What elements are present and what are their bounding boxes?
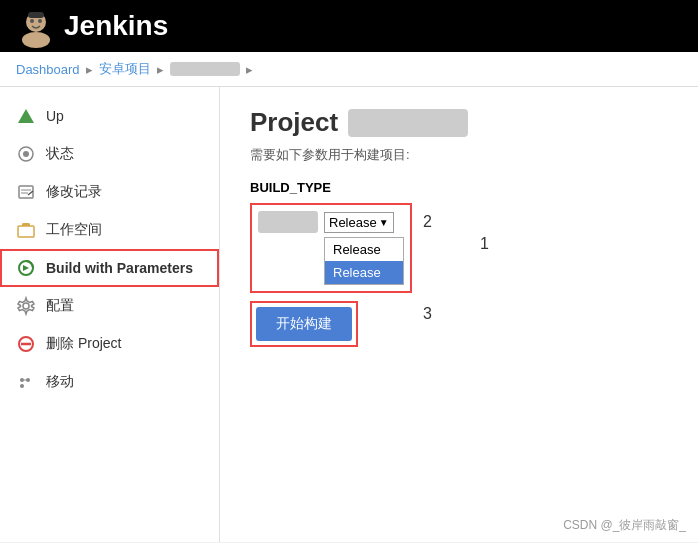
header: Jenkins <box>0 0 698 52</box>
watermark: CSDN @_彼岸雨敲窗_ <box>563 517 686 534</box>
svg-point-16 <box>20 384 24 388</box>
delete-icon <box>16 334 36 354</box>
sidebar-item-delete[interactable]: 删除 Project <box>0 325 219 363</box>
sidebar-item-label-delete: 删除 Project <box>46 335 121 353</box>
sidebar-item-label-config: 配置 <box>46 297 74 315</box>
svg-point-13 <box>23 303 29 309</box>
breadcrumb-sep-3: ▸ <box>246 62 253 77</box>
workspace-icon <box>16 220 36 240</box>
build-icon <box>16 258 36 278</box>
breadcrumb-sep-2: ▸ <box>157 62 164 77</box>
sidebar-item-move[interactable]: 移动 <box>0 363 219 401</box>
sidebar-item-label-status: 状态 <box>46 145 74 163</box>
select-row: Release ▼ <box>258 211 404 233</box>
changes-icon <box>16 182 36 202</box>
app-title: Jenkins <box>64 10 168 42</box>
sidebar-item-label-build-with-params: Build with Parameters <box>46 260 193 276</box>
breadcrumb-sep-1: ▸ <box>86 62 93 77</box>
sidebar-item-workspace[interactable]: 工作空间 <box>0 211 219 249</box>
sidebar-item-up[interactable]: Up <box>0 97 219 135</box>
build-type-section: Release ▼ Release Release <box>250 203 412 293</box>
project-description: 需要如下参数用于构建项目: <box>250 146 668 164</box>
svg-point-6 <box>23 151 29 157</box>
build-button-wrapper: 开始构建 <box>250 301 358 347</box>
breadcrumb: Dashboard ▸ 安卓项目 ▸ ▸ <box>0 52 698 87</box>
start-build-button[interactable]: 开始构建 <box>256 307 352 341</box>
sidebar-item-status[interactable]: 状态 <box>0 135 219 173</box>
sidebar-item-config[interactable]: 配置 <box>0 287 219 325</box>
sidebar: Up 状态 修改记录 工作空间 Build with Parameters <box>0 87 220 542</box>
jenkins-logo-icon <box>16 8 52 44</box>
sidebar-item-label-changes: 修改记录 <box>46 183 102 201</box>
project-title: Project <box>250 107 668 138</box>
svg-point-2 <box>30 19 34 23</box>
sidebar-item-label-workspace: 工作空间 <box>46 221 102 239</box>
select-blur <box>258 211 318 233</box>
svg-rect-4 <box>28 12 44 18</box>
svg-rect-11 <box>18 226 34 237</box>
svg-point-1 <box>22 32 50 48</box>
dropdown-item-release1[interactable]: Release <box>325 238 403 261</box>
config-icon <box>16 296 36 316</box>
sidebar-item-label-up: Up <box>46 108 64 124</box>
dropdown-menu: Release Release <box>324 237 404 285</box>
svg-point-3 <box>38 19 42 23</box>
main-layout: Up 状态 修改记录 工作空间 Build with Parameters <box>0 87 698 542</box>
svg-point-17 <box>20 378 24 382</box>
project-name-blur <box>348 109 468 137</box>
release-select[interactable]: Release ▼ <box>324 212 394 233</box>
annotation-1: 1 <box>480 235 489 253</box>
chevron-down-icon: ▼ <box>379 217 389 228</box>
sidebar-item-label-move: 移动 <box>46 373 74 391</box>
breadcrumb-project-blur <box>170 62 240 76</box>
annotation-2: 2 <box>423 213 432 231</box>
content-area: Project 需要如下参数用于构建项目: BUILD_TYPE 1 Relea… <box>220 87 698 542</box>
param-name-label: BUILD_TYPE <box>250 180 668 195</box>
dropdown-item-release2[interactable]: Release <box>325 261 403 284</box>
sidebar-item-changes[interactable]: 修改记录 <box>0 173 219 211</box>
status-icon <box>16 144 36 164</box>
sidebar-item-build-with-params[interactable]: Build with Parameters <box>0 249 219 287</box>
breadcrumb-dashboard[interactable]: Dashboard <box>16 62 80 77</box>
move-icon <box>16 372 36 392</box>
annotation-3: 3 <box>423 305 432 323</box>
up-icon <box>16 106 36 126</box>
breadcrumb-android[interactable]: 安卓项目 <box>99 60 151 78</box>
